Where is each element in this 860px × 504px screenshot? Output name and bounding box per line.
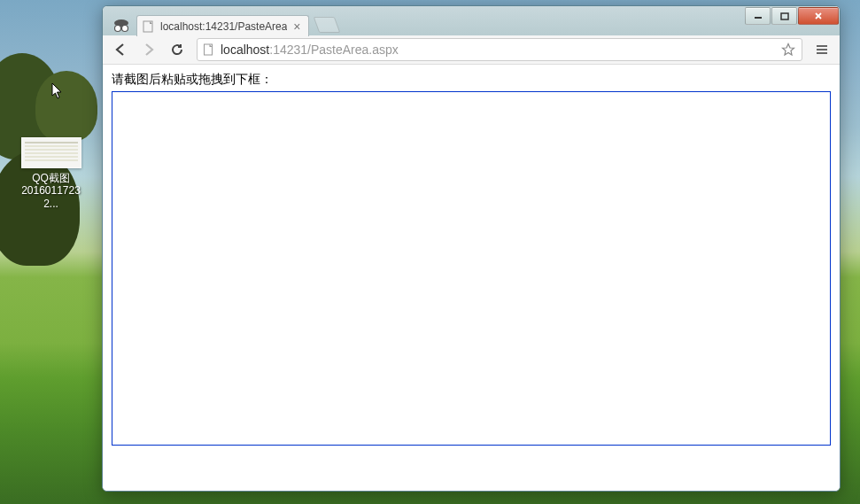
page-icon — [203, 43, 215, 56]
close-button[interactable] — [798, 7, 839, 25]
browser-tab[interactable]: localhost:14231/PasteArea × — [136, 15, 309, 36]
instruction-text: 请截图后粘贴或拖拽到下框： — [112, 72, 831, 88]
tab-favicon-icon — [143, 20, 155, 33]
browser-window: localhost:14231/PasteArea × — [102, 5, 841, 492]
file-label-line1: QQ截图 — [18, 172, 84, 184]
forward-button[interactable] — [136, 37, 161, 62]
svg-point-2 — [122, 26, 128, 32]
url-host: localhost — [221, 43, 269, 57]
desktop-file-icon[interactable]: QQ截图 20160117232... — [18, 137, 84, 210]
bookmark-button[interactable] — [780, 42, 796, 58]
tab-close-button[interactable]: × — [291, 20, 303, 33]
reload-button[interactable] — [165, 37, 190, 62]
tab-title: localhost:14231/PasteArea — [160, 20, 287, 33]
minimize-button[interactable] — [745, 7, 771, 25]
titlebar[interactable]: localhost:14231/PasteArea × — [103, 6, 840, 35]
page-content: 请截图后粘贴或拖拽到下框： — [103, 65, 840, 491]
file-thumbnail — [21, 137, 81, 168]
toolbar: localhost:14231/PasteArea.aspx — [103, 35, 840, 65]
file-label-line2: 20160117232... — [18, 184, 84, 210]
svg-rect-6 — [781, 13, 788, 19]
window-controls — [744, 7, 839, 25]
url-path: :14231/PasteArea.aspx — [269, 43, 399, 57]
cursor-icon — [51, 82, 66, 104]
maximize-button[interactable] — [771, 7, 797, 25]
paste-drop-area[interactable] — [112, 91, 831, 446]
back-button[interactable] — [108, 37, 133, 62]
url-text: localhost:14231/PasteArea.aspx — [221, 43, 780, 57]
svg-point-1 — [115, 26, 121, 32]
incognito-icon — [112, 18, 131, 34]
menu-button[interactable] — [810, 37, 834, 62]
address-bar[interactable]: localhost:14231/PasteArea.aspx — [197, 38, 802, 61]
new-tab-button[interactable] — [314, 17, 341, 33]
